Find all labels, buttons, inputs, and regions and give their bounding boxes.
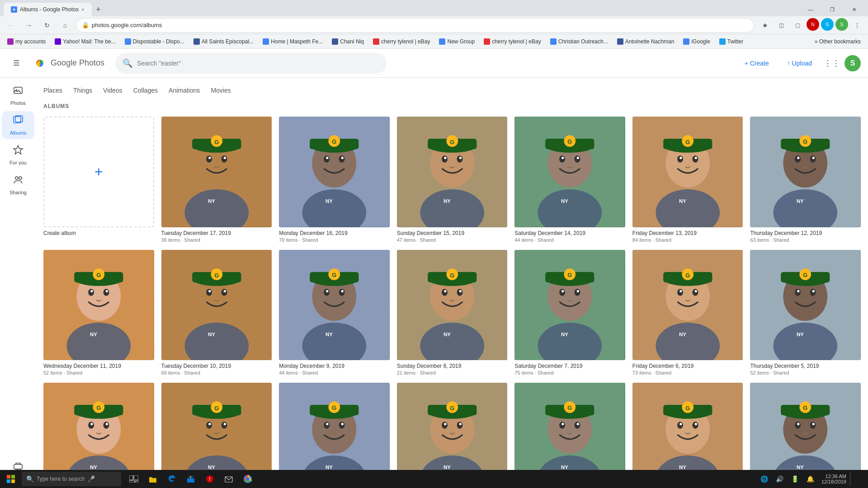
sidebar-item-photos[interactable]: Photos bbox=[2, 81, 34, 109]
main-layout: Photos Albums For you Sharing bbox=[0, 78, 868, 488]
svg-point-61 bbox=[567, 163, 572, 167]
svg-point-261 bbox=[797, 423, 800, 425]
bookmark-christian[interactable]: Christian Outreach... bbox=[547, 38, 612, 46]
svg-point-207 bbox=[324, 422, 330, 428]
album-card-dec15[interactable]: G NY Sunday December 15, 2019 47 items ·… bbox=[397, 117, 508, 243]
bookmark-cherry-2[interactable]: cherry tylenol | eBay bbox=[480, 38, 545, 46]
start-button[interactable] bbox=[2, 470, 20, 488]
album-card-dec9[interactable]: G NY Monday December 9, 2019 44 items · … bbox=[279, 250, 390, 376]
search-bar[interactable]: 🔍 bbox=[115, 53, 387, 74]
notifications-icon[interactable]: 🔔 bbox=[803, 472, 818, 486]
svg-point-131 bbox=[444, 290, 446, 292]
sidebar-item-for-you[interactable]: For you bbox=[2, 141, 34, 169]
home-button[interactable]: ⌂ bbox=[58, 18, 72, 33]
forward-button[interactable]: → bbox=[22, 18, 36, 33]
svg-text:NY: NY bbox=[208, 465, 215, 470]
album-thumbnail: G NY bbox=[279, 117, 390, 227]
category-movies[interactable]: Movies bbox=[211, 85, 231, 96]
bookmark-maspeth[interactable]: Home | Maspeth Fe... bbox=[259, 38, 326, 46]
active-tab[interactable]: Albums - Google Photos × bbox=[4, 3, 92, 16]
svg-point-139 bbox=[450, 296, 454, 300]
cast-button[interactable]: ▢ bbox=[790, 18, 805, 33]
album-thumbnail: G NY bbox=[279, 250, 390, 361]
bookmark-antoinette[interactable]: Antoinette Nachman bbox=[613, 38, 678, 46]
mail-button[interactable] bbox=[220, 470, 238, 488]
bookmark-dispostable[interactable]: Dispostable - Dispo... bbox=[121, 38, 188, 46]
category-animations[interactable]: Animations bbox=[169, 85, 200, 96]
file-explorer-button[interactable] bbox=[144, 470, 162, 488]
album-card-dec6[interactable]: G NY Friday December 6, 2019 73 items · … bbox=[632, 250, 743, 376]
svg-point-197 bbox=[223, 423, 226, 425]
volume-icon[interactable]: 🔊 bbox=[773, 472, 787, 486]
bookmark-igoogle[interactable]: iGoogle bbox=[679, 38, 713, 46]
svg-text:G: G bbox=[685, 139, 690, 145]
system-clock[interactable]: 12:36 AM 12/18/2019 bbox=[819, 474, 849, 484]
tab-close-button[interactable]: × bbox=[81, 7, 84, 12]
album-card-dec10[interactable]: G NY Tuesday December 10, 2019 68 items … bbox=[161, 250, 272, 376]
show-desktop-button[interactable] bbox=[850, 472, 864, 486]
user-avatar[interactable]: S bbox=[844, 55, 861, 71]
search-input[interactable] bbox=[137, 60, 379, 67]
bookmark-cherry-1[interactable]: cherry tylenol | eBay bbox=[369, 38, 434, 46]
other-bookmarks[interactable]: » Other bookmarks bbox=[811, 38, 864, 46]
hamburger-menu[interactable]: ☰ bbox=[7, 54, 25, 72]
album-card-dec12[interactable]: G NY Thursday December 12, 2019 63 items… bbox=[750, 117, 861, 243]
back-button[interactable]: ← bbox=[4, 18, 18, 33]
svg-rect-287 bbox=[129, 475, 133, 480]
bookmark-twitter[interactable]: Twitter bbox=[716, 38, 747, 46]
album-card-dec7[interactable]: G NY Saturday December 7, 2019 75 items … bbox=[514, 250, 625, 376]
bookmark-chani[interactable]: Chani Niq bbox=[328, 38, 368, 46]
bookmark-yahoo-mail[interactable]: Yahoo! Mail: The be... bbox=[51, 38, 119, 46]
menu-button[interactable]: ⋮ bbox=[850, 18, 864, 33]
task-view-button[interactable] bbox=[125, 470, 143, 488]
new-tab-button[interactable]: + bbox=[92, 3, 105, 16]
album-card-dec13[interactable]: G NY Friday December 13, 2019 84 items ·… bbox=[632, 117, 743, 243]
antivirus-button[interactable]: ! bbox=[201, 470, 219, 488]
album-card-dec8[interactable]: G NY Sunday December 8, 2019 21 items · … bbox=[397, 250, 508, 376]
bookmark-facebook-1[interactable]: All Saints Episcopal... bbox=[190, 38, 257, 46]
norton-icon[interactable]: N bbox=[807, 18, 819, 31]
sidebar-item-albums[interactable]: Albums bbox=[2, 111, 34, 139]
url-text: photos.google.com/albums bbox=[92, 22, 748, 28]
url-bar[interactable]: 🔒 photos.google.com/albums bbox=[76, 18, 754, 33]
album-card-dec14[interactable]: G NY Saturday December 14, 2019 44 items… bbox=[514, 117, 625, 243]
album-card-dec11[interactable]: G NY Wednesday December 11, 2019 52 item… bbox=[43, 250, 154, 376]
create-button[interactable]: + Create bbox=[737, 56, 776, 70]
svg-point-156 bbox=[692, 289, 698, 296]
create-album-area[interactable]: + bbox=[43, 117, 154, 227]
network-icon[interactable]: 🌐 bbox=[757, 472, 772, 486]
close-button[interactable]: ✕ bbox=[844, 3, 864, 16]
minimize-button[interactable]: — bbox=[800, 3, 821, 16]
bookmark-my-accounts[interactable]: my accounts bbox=[4, 38, 49, 46]
album-photo-svg: G NY bbox=[750, 117, 861, 227]
category-places[interactable]: Places bbox=[43, 85, 62, 96]
reload-button[interactable]: ↻ bbox=[40, 18, 54, 33]
profile-icon[interactable]: S bbox=[835, 18, 848, 31]
album-card-dec16[interactable]: G NY Monday December 16, 2019 70 items ·… bbox=[279, 117, 390, 243]
taskbar-search-bar[interactable]: 🔍 Type here to search 🎤 bbox=[22, 472, 121, 486]
category-collages[interactable]: Collages bbox=[133, 85, 158, 96]
album-meta: 44 items · Shared bbox=[514, 237, 625, 243]
create-label: + Create bbox=[745, 60, 769, 67]
restore-button[interactable]: ❐ bbox=[822, 3, 843, 16]
category-videos[interactable]: Videos bbox=[103, 85, 123, 96]
store-button[interactable] bbox=[182, 470, 200, 488]
skype-icon[interactable]: S bbox=[821, 18, 834, 31]
album-photo-svg: G NY bbox=[161, 250, 272, 361]
battery-icon[interactable]: 🔋 bbox=[788, 472, 802, 486]
category-things[interactable]: Things bbox=[73, 85, 92, 96]
bookmark-new-group[interactable]: New Group bbox=[435, 38, 478, 46]
svg-point-28 bbox=[341, 157, 344, 159]
google-apps-button[interactable]: ⋮⋮ bbox=[823, 54, 841, 72]
album-card-dec17[interactable]: G NY Tuesday December 17, 2019 36 items … bbox=[161, 117, 272, 243]
album-card-dec5[interactable]: G NY Thursday December 5, 2019 52 items … bbox=[750, 250, 861, 376]
svg-text:G: G bbox=[450, 272, 454, 278]
upload-button[interactable]: ↑ Upload bbox=[780, 56, 819, 70]
sidebar-item-sharing[interactable]: Sharing bbox=[2, 171, 34, 199]
edge-button[interactable] bbox=[163, 470, 181, 488]
svg-point-79 bbox=[797, 157, 800, 159]
bookmark-star-icon[interactable]: ★ bbox=[758, 18, 772, 33]
extensions-button[interactable]: ◫ bbox=[774, 18, 788, 33]
chrome-button[interactable] bbox=[239, 470, 257, 488]
create-album-card[interactable]: + Create album bbox=[43, 117, 154, 243]
